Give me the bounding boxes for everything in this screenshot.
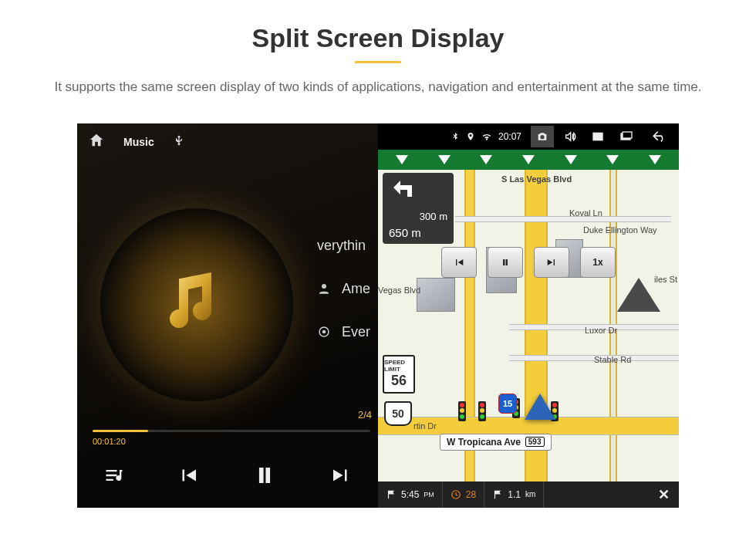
split-screen-button[interactable]	[614, 126, 637, 147]
route-shield-number: 50	[392, 407, 404, 420]
turn-distance-1: 300 m	[420, 211, 447, 222]
map-canvas[interactable]: S Las Vegas Blvd Koval Ln Duke Ellington…	[378, 170, 679, 481]
flag-icon	[386, 489, 397, 500]
alert-cell[interactable]: 28	[443, 481, 484, 508]
back-button[interactable]	[642, 126, 676, 147]
music-app-pane: Music verythin Ame Ever 2/4	[77, 123, 378, 508]
playlist-icon[interactable]	[103, 465, 125, 489]
pause-button[interactable]	[251, 462, 278, 492]
speed-limit-label: SPEED LIMIT	[384, 359, 413, 373]
previous-button[interactable]	[177, 464, 200, 490]
music-app-label: Music	[123, 136, 154, 148]
title-underline	[355, 61, 401, 63]
traffic-light-icon	[458, 401, 466, 421]
marketing-header: Split Screen Display It supports the sam…	[0, 0, 756, 123]
interstate-number: 15	[503, 399, 512, 408]
alert-value: 28	[466, 489, 476, 500]
nav-close-button[interactable]: ✕	[648, 486, 679, 503]
track-index: 2/4	[358, 409, 372, 421]
distance-unit: km	[525, 490, 535, 498]
next-button[interactable]	[329, 464, 353, 490]
nav-prev-button[interactable]	[441, 247, 477, 278]
wifi-icon	[481, 131, 492, 142]
street-label: Stable Rd	[594, 355, 631, 364]
music-controls	[77, 454, 378, 500]
album-partial: Ever	[342, 310, 370, 353]
album-disc	[100, 208, 293, 401]
current-street-shield: 593	[525, 437, 545, 447]
lane-arrow-icon	[649, 155, 661, 164]
nav-speed-label: 1x	[592, 257, 602, 268]
location-icon	[466, 132, 475, 141]
svg-rect-5	[623, 132, 632, 138]
head-unit-screen: Music verythin Ame Ever 2/4	[77, 123, 679, 508]
status-icons-left: 20:07	[381, 131, 526, 142]
svg-point-0	[322, 284, 326, 289]
route-shield: 50	[384, 401, 412, 426]
traffic-light-icon	[478, 401, 486, 421]
nav-next-button[interactable]	[534, 247, 569, 278]
seek-bar[interactable]	[93, 430, 370, 432]
street-label: Vegas Blvd	[378, 286, 420, 295]
close-app-button[interactable]	[586, 126, 609, 147]
flag-icon	[492, 489, 503, 500]
status-time: 20:07	[498, 131, 521, 142]
nav-playback-controls: 1x	[441, 247, 616, 278]
nav-pause-button[interactable]	[488, 247, 523, 278]
nav-speed-button[interactable]: 1x	[580, 247, 616, 278]
bluetooth-icon	[451, 132, 460, 141]
lane-arrow-icon	[480, 155, 492, 164]
lane-arrow-icon	[565, 155, 577, 164]
street-label: Duke Ellington Way	[583, 225, 657, 235]
page-subtitle: It supports the same screen display of t…	[39, 77, 717, 97]
distance-value: 1.1	[508, 489, 521, 500]
current-street-bubble: W Tropicana Ave 593	[440, 434, 552, 451]
system-status-bar: 20:07	[378, 123, 679, 150]
clock-icon	[451, 489, 461, 500]
interstate-shield: 15	[498, 394, 517, 414]
road	[455, 216, 671, 222]
status-system-buttons	[531, 126, 676, 147]
street-label: rtin Dr	[413, 421, 437, 431]
lane-arrow-icon	[438, 155, 451, 164]
seek-fill	[93, 430, 148, 432]
artist-partial: Ame	[342, 267, 370, 310]
street-label: Koval Ln	[569, 208, 602, 218]
current-street-name: W Tropicana Ave	[447, 437, 521, 448]
person-icon	[317, 282, 331, 296]
time-elapsed: 00:01:20	[93, 437, 370, 446]
lane-arrow-icon	[606, 155, 619, 164]
lane-guidance-bar	[378, 150, 679, 170]
speed-limit-value: 56	[391, 373, 407, 389]
street-label: Luxor Dr	[585, 326, 617, 335]
building	[417, 278, 455, 312]
volume-button[interactable]	[559, 126, 582, 147]
turn-left-icon	[383, 173, 454, 208]
svg-point-2	[322, 330, 325, 333]
distance-cell[interactable]: 1.1 km	[484, 481, 544, 508]
disc-icon	[317, 325, 331, 339]
turn-instruction-box: 300 m 650 m	[383, 173, 454, 244]
music-note-icon	[154, 263, 231, 340]
page-title: Split Screen Display	[15, 23, 741, 53]
track-info: verythin Ame Ever	[317, 224, 378, 353]
eta-cell[interactable]: 5:45 PM	[378, 481, 443, 508]
usb-icon[interactable]	[173, 134, 185, 149]
speed-limit-sign: SPEED LIMIT 56	[383, 355, 415, 394]
navigation-app-pane: 20:07	[378, 123, 679, 508]
screenshot-button[interactable]	[531, 126, 554, 147]
street-label: S Las Vegas Blvd	[501, 174, 572, 184]
nav-footer-bar: 5:45 PM 28 1.1 km ✕	[378, 481, 679, 508]
home-icon[interactable]	[88, 132, 105, 151]
eta-value: 5:45	[401, 489, 419, 500]
lane-arrow-icon	[396, 155, 408, 164]
track-title-partial: verythin	[317, 224, 366, 267]
music-top-bar: Music	[77, 123, 378, 160]
turn-distance-2: 650 m	[389, 226, 421, 239]
lane-arrow-icon	[522, 155, 535, 164]
vehicle-position-icon	[525, 394, 555, 420]
progress-area: 00:01:20	[93, 430, 370, 446]
street-label: iles St	[654, 275, 677, 284]
